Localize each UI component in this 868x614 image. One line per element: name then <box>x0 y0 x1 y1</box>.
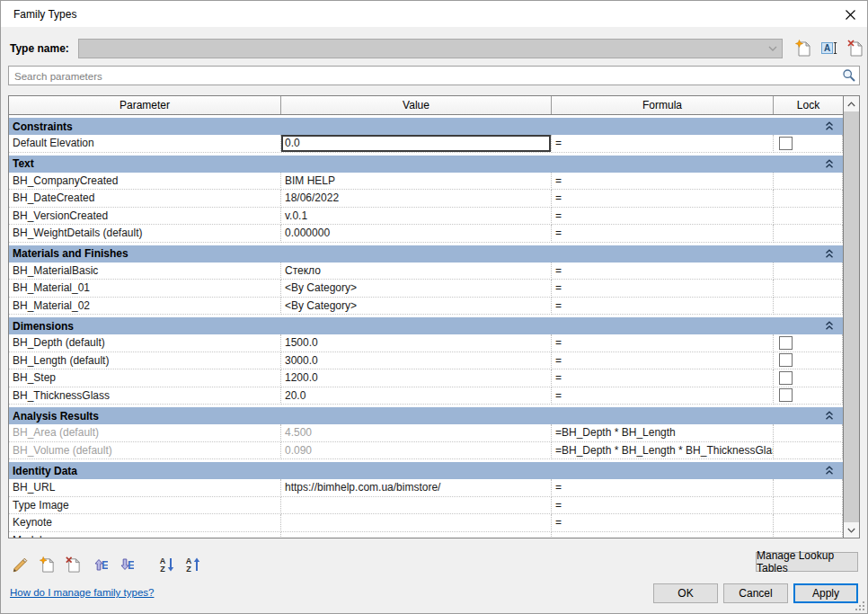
parameter-value-cell[interactable]: 3000.0 <box>281 352 552 370</box>
rename-type-button[interactable]: A <box>819 39 838 58</box>
parameter-name-cell: BH_DateCreated <box>9 190 281 208</box>
parameter-value-cell[interactable]: 18/06/2022 <box>281 190 552 208</box>
parameter-formula-cell[interactable]: = <box>552 263 774 280</box>
parameter-formula-cell[interactable]: = <box>552 298 774 316</box>
move-parameter-down-button[interactable]: E <box>116 556 134 574</box>
table-body: ConstraintsDefault Elevation0.0=TextBH_C… <box>9 115 843 538</box>
collapse-section-icon[interactable] <box>825 411 834 421</box>
parameter-formula-cell[interactable]: = <box>552 352 774 370</box>
resize-grip[interactable] <box>855 601 865 611</box>
parameter-value-cell[interactable]: 20.0 <box>281 387 552 405</box>
section-header-dimensions[interactable]: Dimensions <box>9 317 843 334</box>
parameter-row-bh-materialbasic: BH_MaterialBasicСтекло= <box>9 263 843 280</box>
lock-checkbox[interactable] <box>779 336 793 350</box>
parameter-value-cell[interactable]: 0.0 <box>281 135 552 153</box>
move-parameter-up-button[interactable]: E <box>90 556 108 574</box>
sort-descending-button[interactable]: A Z <box>184 556 202 574</box>
search-input[interactable] <box>13 67 837 86</box>
parameter-value-cell[interactable]: 1500.0 <box>281 334 552 352</box>
parameter-value-cell[interactable] <box>281 497 552 515</box>
parameter-name-cell: BH_Material_01 <box>9 280 281 298</box>
parameter-name-cell: BH_WeightDetails (default) <box>9 225 281 243</box>
svg-text:E: E <box>128 559 134 572</box>
parameter-row-bh-companycreated: BH_CompanyCreatedBIM HELP= <box>9 173 843 191</box>
cancel-button[interactable]: Cancel <box>723 583 788 603</box>
focused-value-editor[interactable]: 0.0 <box>281 135 551 152</box>
parameter-formula-cell[interactable]: = <box>552 369 774 387</box>
parameter-formula-cell[interactable]: = <box>552 387 774 405</box>
sort-ascending-icon: A Z <box>158 556 176 574</box>
new-type-button[interactable] <box>793 39 812 58</box>
parameter-formula-cell[interactable]: = <box>552 532 774 538</box>
parameter-formula-cell[interactable]: = <box>552 225 774 243</box>
search-icon[interactable] <box>842 68 856 83</box>
parameter-name-cell: BH_Area (default) <box>9 424 281 442</box>
ok-button[interactable]: OK <box>653 583 718 603</box>
apply-button[interactable]: Apply <box>793 583 858 603</box>
parameter-formula-cell[interactable]: = <box>552 135 774 153</box>
scroll-up-button[interactable] <box>844 96 859 111</box>
parameter-value-cell[interactable]: BIM HELP <box>281 173 552 191</box>
new-parameter-button[interactable] <box>38 556 56 574</box>
parameter-formula-cell[interactable]: =BH_Depth * BH_Length <box>552 424 774 442</box>
delete-type-button[interactable] <box>846 39 864 58</box>
collapse-section-icon[interactable] <box>825 466 834 476</box>
parameter-name-cell: BH_URL <box>9 479 281 497</box>
parameter-lock-cell <box>774 208 843 226</box>
parameter-formula-cell[interactable]: = <box>552 334 774 352</box>
section-header-text[interactable]: Text <box>9 156 843 173</box>
parameter-formula-cell[interactable]: = <box>552 190 774 208</box>
collapse-section-icon[interactable] <box>825 321 834 331</box>
parameter-formula-cell[interactable]: = <box>552 514 774 532</box>
scrollbar-thumb[interactable] <box>844 111 859 522</box>
parameter-value-cell[interactable]: <By Category> <box>281 298 552 316</box>
parameter-value-cell[interactable]: 1200.0 <box>281 369 552 387</box>
parameter-value-cell[interactable] <box>281 514 552 532</box>
vertical-scrollbar[interactable] <box>843 96 859 538</box>
column-header-formula: Formula <box>552 96 774 114</box>
section-title: Identity Data <box>13 465 77 477</box>
parameter-value-cell[interactable] <box>281 532 552 538</box>
section-header-identity-data[interactable]: Identity Data <box>9 462 843 479</box>
parameter-formula-cell[interactable]: = <box>552 497 774 515</box>
parameter-lock-cell <box>774 298 843 316</box>
type-name-combobox[interactable] <box>78 39 783 58</box>
section-header-materials-and-finishes[interactable]: Materials and Finishes <box>9 245 843 263</box>
delete-type-icon <box>846 39 864 58</box>
delete-parameter-button[interactable] <box>64 556 82 574</box>
help-link[interactable]: How do I manage family types? <box>10 587 154 598</box>
parameter-value-cell[interactable]: 0.090 <box>281 442 552 460</box>
parameter-value-cell[interactable]: Стекло <box>281 263 552 280</box>
parameter-value-cell[interactable]: <By Category> <box>281 280 552 298</box>
parameter-value-cell[interactable]: 4.500 <box>281 424 552 442</box>
parameter-row-model: Model= <box>9 532 843 538</box>
parameter-value-cell[interactable]: v.0.1 <box>281 208 552 226</box>
collapse-section-icon[interactable] <box>825 249 834 259</box>
lock-checkbox[interactable] <box>779 371 793 385</box>
move-down-icon: E <box>116 556 134 574</box>
parameter-value-cell[interactable]: 0.000000 <box>281 225 552 243</box>
lock-checkbox[interactable] <box>779 137 793 150</box>
parameter-formula-cell[interactable]: =BH_Depth * BH_Length * BH_ThicknessGlas… <box>552 442 774 460</box>
family-types-dialog: Family Types Type name: A <box>0 0 868 614</box>
collapse-section-icon[interactable] <box>825 159 834 169</box>
parameter-formula-cell[interactable]: = <box>552 280 774 298</box>
lock-checkbox[interactable] <box>779 353 793 367</box>
parameter-value-cell[interactable]: https://bimhelp.com.ua/bimstore/ <box>281 479 552 497</box>
sort-ascending-button[interactable]: A Z <box>158 556 176 574</box>
parameter-lock-cell <box>774 135 843 153</box>
parameter-formula-cell[interactable]: = <box>552 479 774 497</box>
scroll-down-button[interactable] <box>844 522 859 538</box>
manage-lookup-tables-button[interactable]: Manage Lookup Tables <box>756 552 858 572</box>
close-button[interactable] <box>840 4 860 24</box>
title-bar[interactable]: Family Types <box>1 1 867 27</box>
parameter-row-bh-material-02: BH_Material_02<By Category>= <box>9 298 843 316</box>
parameter-formula-cell[interactable]: = <box>552 173 774 191</box>
section-header-analysis-results[interactable]: Analysis Results <box>9 407 843 424</box>
parameter-formula-cell[interactable]: = <box>552 208 774 226</box>
section-header-constraints[interactable]: Constraints <box>9 118 843 135</box>
section-title: Text <box>13 157 34 170</box>
lock-checkbox[interactable] <box>779 388 793 402</box>
collapse-section-icon[interactable] <box>825 121 834 131</box>
edit-parameter-button[interactable] <box>12 556 30 574</box>
